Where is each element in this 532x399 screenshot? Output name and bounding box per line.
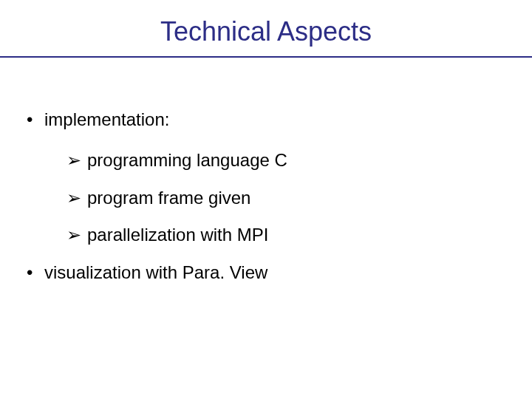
arrow-icon: ➢ <box>66 188 87 209</box>
bullet-dot-icon: • <box>27 262 44 284</box>
subitem-language-label: programming language C <box>87 150 287 170</box>
slide-title: Technical Aspects <box>0 0 532 56</box>
subitem-frame-label: program frame given <box>87 188 250 208</box>
bullet-implementation-label: implementation: <box>44 109 169 129</box>
subitem-frame: ➢program frame given <box>66 188 532 209</box>
bullet-visualization-label: visualization with Para. View <box>44 262 267 282</box>
arrow-icon: ➢ <box>66 225 87 246</box>
bullet-visualization: •visualization with Para. View <box>27 262 532 284</box>
subitem-mpi-label: parallelization with MPI <box>87 225 268 245</box>
arrow-icon: ➢ <box>66 150 87 171</box>
bullet-dot-icon: • <box>27 109 44 131</box>
sub-list: ➢programming language C ➢program frame g… <box>27 150 532 246</box>
slide: Technical Aspects •implementation: ➢prog… <box>0 0 532 399</box>
bullet-implementation: •implementation: <box>27 109 532 131</box>
subitem-language: ➢programming language C <box>66 150 532 171</box>
subitem-mpi: ➢parallelization with MPI <box>66 225 532 246</box>
slide-body: •implementation: ➢programming language C… <box>0 58 532 284</box>
